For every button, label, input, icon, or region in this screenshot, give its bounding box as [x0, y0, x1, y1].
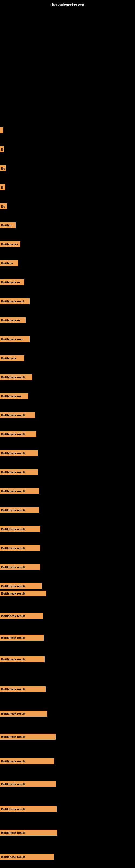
site-title: TheBottlenecker.com	[50, 3, 85, 7]
bottleneck-bar-30: Bottleneck result	[0, 686, 46, 692]
bottleneck-bar-22: Bottleneck result	[0, 526, 41, 532]
bottleneck-bar-24: Bottleneck result	[0, 564, 41, 570]
bottleneck-bar-18: Bottleneck result	[0, 450, 38, 456]
bottleneck-bar-16: Bottleneck result	[0, 412, 35, 418]
bottleneck-bar-3: Bo	[0, 165, 6, 172]
bottleneck-bar-13: Bottleneck	[0, 355, 24, 361]
bottleneck-bar-15: Bottleneck res	[0, 393, 28, 399]
bottleneck-bar-35: Bottleneck result	[0, 806, 57, 812]
bottleneck-bar-5: Bo	[0, 204, 7, 209]
bottleneck-bar-23: Bottleneck result	[0, 545, 41, 551]
bottleneck-bar-4: B	[0, 184, 5, 190]
bottleneck-bar-10: Bottleneck resul	[0, 299, 30, 304]
bottleneck-bar-9: Bottleneck re	[0, 279, 24, 285]
bottleneck-bar-8: Bottlene	[0, 260, 18, 267]
bottleneck-bar-7: Bottleneck r	[0, 241, 20, 247]
bottleneck-bar-20: Bottleneck result	[0, 488, 39, 494]
bottleneck-bar-1	[0, 127, 3, 133]
bottleneck-bar-26: Bottleneck result	[0, 590, 46, 596]
bottleneck-bar-33: Bottleneck result	[0, 758, 54, 764]
bottleneck-bar-29: Bottleneck result	[0, 656, 45, 662]
bottleneck-bar-25: Bottleneck result	[0, 583, 42, 589]
bottleneck-bar-14: Bottleneck result	[0, 374, 32, 380]
bottleneck-bar-6: Bottlen	[0, 222, 16, 228]
bottleneck-bar-12: Bottleneck resu	[0, 336, 30, 342]
bottleneck-bar-34: Bottleneck result	[0, 781, 56, 787]
bottleneck-bar-11: Bottleneck re	[0, 317, 26, 323]
bottleneck-bar-28: Bottleneck result	[0, 635, 44, 641]
bottleneck-bar-36: Bottleneck result	[0, 830, 57, 836]
bottleneck-bar-2: B	[0, 147, 4, 152]
bottleneck-bar-32: Bottleneck result	[0, 734, 56, 740]
bottleneck-bar-21: Bottleneck result	[0, 507, 39, 513]
bottleneck-bar-27: Bottleneck result	[0, 613, 43, 619]
bottleneck-bar-37: Bottleneck result	[0, 854, 54, 860]
bottleneck-bar-31: Bottleneck result	[0, 711, 47, 717]
bottleneck-bar-17: Bottleneck result	[0, 431, 37, 437]
bottleneck-bar-19: Bottleneck result	[0, 469, 38, 475]
